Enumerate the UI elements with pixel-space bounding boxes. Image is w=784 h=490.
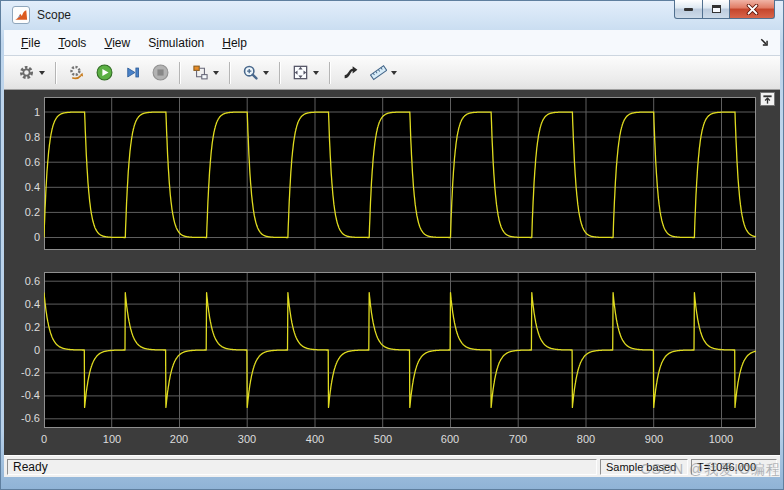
x-axis-tick-label: 900 (632, 433, 676, 446)
scope-window: Scope FileToolsViewSimulationHelp (0, 0, 784, 490)
play-icon (94, 63, 114, 83)
ruler-icon (368, 63, 388, 83)
x-axis-tick-label: 600 (428, 433, 472, 446)
matlab-logo-icon (12, 6, 30, 24)
toolbar-separator (279, 62, 281, 84)
dock-arrow-icon (759, 37, 770, 48)
zoom-button[interactable] (237, 60, 273, 86)
step-forward-button[interactable] (119, 60, 145, 86)
minimize-button[interactable] (674, 0, 703, 19)
y-axis-tick-label: 0.4 (7, 298, 40, 311)
x-axis-tick-label: 0 (22, 433, 66, 446)
y-axis-tick-label: 0 (7, 344, 40, 357)
x-axis-tick-label: 500 (361, 433, 405, 446)
run-button[interactable] (91, 60, 117, 86)
sample-mode-indicator: Sample based (600, 459, 688, 475)
x-axis-tick-label: 700 (496, 433, 540, 446)
y-axis-tick-label: -0.4 (7, 389, 40, 402)
top-axes[interactable] (44, 97, 756, 250)
gear-icon (16, 63, 36, 83)
minimize-icon (684, 8, 693, 11)
y-axis-tick-label: 0.2 (7, 321, 40, 334)
menu-item-file[interactable]: File (12, 32, 49, 54)
x-axis-tick-label: 800 (564, 433, 608, 446)
y-axis-tick-label: 1 (7, 106, 40, 119)
step-forward-icon (122, 63, 142, 83)
toolbar-separator (329, 62, 331, 84)
bottom-axes[interactable] (44, 272, 756, 428)
menu-item-help[interactable]: Help (213, 32, 256, 54)
toolbar (4, 56, 780, 90)
gear-arrow-icon (66, 63, 86, 83)
dropdown-caret-icon[interactable] (313, 71, 319, 75)
x-axis-tick-label: 200 (157, 433, 201, 446)
y-axis-tick-label: 0.6 (7, 275, 40, 288)
dropdown-caret-icon[interactable] (391, 71, 397, 75)
toolbar-separator (55, 62, 57, 84)
layout-button[interactable] (187, 60, 223, 86)
parameters-button[interactable] (13, 60, 49, 86)
magnifier-icon (240, 63, 260, 83)
y-axis-tick-label: -0.2 (7, 366, 40, 379)
scope-canvas: 00.20.40.60.81-0.6-0.4-0.200.20.40.60100… (4, 90, 780, 455)
highlight-block-button[interactable] (63, 60, 89, 86)
status-message: Ready (7, 459, 597, 475)
trigger-arrow-icon (340, 63, 360, 83)
close-icon (746, 4, 759, 15)
maximize-icon (712, 5, 721, 13)
y-axis-tick-label: 0.8 (7, 131, 40, 144)
dock-scope-button[interactable] (756, 36, 772, 50)
menu-item-view[interactable]: View (95, 32, 139, 54)
y-axis-tick-label: 0 (7, 231, 40, 244)
y-axis-tick-label: 0.4 (7, 181, 40, 194)
toolbar-separator (229, 62, 231, 84)
close-button[interactable] (730, 0, 775, 19)
status-bar: Ready Sample based T=1046.000 (4, 455, 780, 477)
stop-button[interactable] (147, 60, 173, 86)
autoscale-icon (290, 63, 310, 83)
layout-icon (190, 63, 210, 83)
maximize-button[interactable] (703, 0, 730, 19)
toolbar-separator (179, 62, 181, 84)
stop-icon (150, 63, 170, 83)
title-bar[interactable]: Scope (0, 0, 784, 30)
measurements-button[interactable] (365, 60, 401, 86)
y-axis-tick-label: -0.6 (7, 412, 40, 425)
y-axis-tick-label: 0.2 (7, 206, 40, 219)
maximize-axes-icon (762, 94, 773, 105)
menu-item-simulation[interactable]: Simulation (139, 32, 213, 54)
x-axis-tick-label: 300 (225, 433, 269, 446)
trigger-button[interactable] (337, 60, 363, 86)
dropdown-caret-icon[interactable] (263, 71, 269, 75)
x-axis-tick-label: 100 (90, 433, 134, 446)
menu-bar: FileToolsViewSimulationHelp (4, 30, 780, 56)
menu-item-tools[interactable]: Tools (49, 32, 95, 54)
autoscale-button[interactable] (287, 60, 323, 86)
simulation-time-indicator: T=1046.000 (691, 459, 777, 475)
y-axis-tick-label: 0.6 (7, 156, 40, 169)
dropdown-caret-icon[interactable] (39, 71, 45, 75)
maximize-axes-button[interactable] (760, 92, 775, 106)
x-axis-tick-label: 1000 (699, 433, 743, 446)
dropdown-caret-icon[interactable] (213, 71, 219, 75)
x-axis-tick-label: 400 (293, 433, 337, 446)
window-title: Scope (37, 8, 71, 22)
